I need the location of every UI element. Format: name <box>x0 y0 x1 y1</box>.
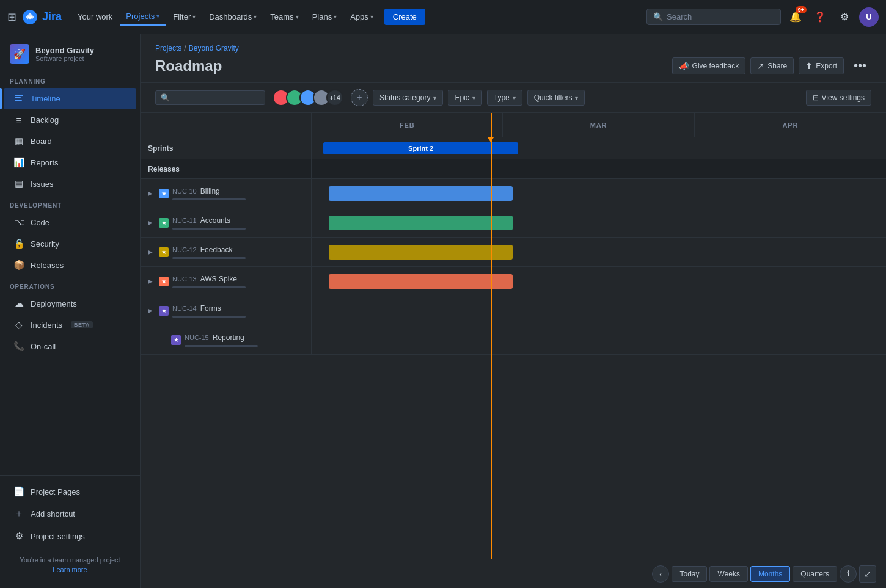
sidebar-item-project-pages[interactable]: 📄 Project Pages <box>4 481 136 502</box>
today-button[interactable]: Today <box>672 566 707 582</box>
issue-bar-NUC-13[interactable] <box>329 274 513 289</box>
sidebar-item-label: Deployments <box>31 299 77 308</box>
page-title: Roadmap <box>155 57 222 74</box>
nav-item-apps[interactable]: Apps ▾ <box>344 9 379 25</box>
timeline-back-button[interactable]: ‹ <box>652 565 669 583</box>
sidebar-item-reports[interactable]: 📊Reports <box>4 152 136 173</box>
sidebar-item-releases[interactable]: 📦Releases <box>4 255 136 275</box>
sidebar-item-project-settings[interactable]: ⚙ Project settings <box>4 526 136 546</box>
nav-item-filter[interactable]: Filter ▾ <box>167 9 202 25</box>
add-icon: ＋ <box>13 507 24 520</box>
issue-row: ▶ ★ NUC-14 Forms <box>141 296 886 325</box>
releases-label: Releases <box>141 159 312 178</box>
sidebar-item-timeline[interactable]: Timeline <box>4 88 136 109</box>
issue-timeline-NUC-14 <box>312 296 886 325</box>
type-filter[interactable]: Type ▾ <box>487 90 522 106</box>
notifications-button[interactable]: 🔔 9+ <box>786 7 805 27</box>
nav-item-your-work[interactable]: Your work <box>71 9 119 25</box>
issue-bar-NUC-11[interactable] <box>329 216 513 230</box>
share-button[interactable]: ↗ Share <box>750 57 794 74</box>
search-box[interactable]: 🔍 <box>646 9 781 25</box>
expand-button[interactable]: ⤢ <box>859 565 876 583</box>
breadcrumb-project-link[interactable]: Beyond Gravity <box>189 44 239 53</box>
info-button[interactable]: ℹ <box>840 565 857 583</box>
security-icon: 🔒 <box>13 238 24 249</box>
filter-search-input[interactable] <box>174 93 260 102</box>
grid-line <box>503 296 503 325</box>
grid-icon[interactable]: ⊞ <box>7 10 16 24</box>
sprint-bar[interactable]: Sprint 2 <box>323 142 519 154</box>
nav-item-projects[interactable]: Projects ▾ <box>120 8 166 26</box>
give-feedback-button[interactable]: 📣 Give feedback <box>672 57 746 74</box>
sidebar-item-oncall[interactable]: 📞On-call <box>4 336 136 357</box>
project-header[interactable]: 🚀 Beyond Gravity Software project <box>0 34 140 71</box>
sidebar-item-incidents[interactable]: ◇IncidentsBETA <box>4 314 136 335</box>
reports-icon: 📊 <box>13 157 24 168</box>
breadcrumb-projects-link[interactable]: Projects <box>155 44 181 53</box>
issue-id-name-NUC-13: NUC-13 AWS Spike <box>172 275 246 283</box>
issue-left-NUC-11: ▶ ★ NUC-11 Accounts <box>141 208 312 237</box>
sidebar-item-label: Timeline <box>31 94 60 103</box>
nav-chevron-icon: ▾ <box>370 13 373 20</box>
more-options-button[interactable]: ••• <box>849 56 871 75</box>
sidebar-item-add-shortcut[interactable]: ＋ Add shortcut <box>4 503 136 525</box>
user-avatar[interactable]: U <box>859 7 879 27</box>
issue-bar-NUC-10[interactable] <box>329 186 513 201</box>
footer-text: You're in a team-managed project <box>0 551 140 566</box>
type-label: Type <box>494 93 510 102</box>
issue-bar-NUC-12[interactable] <box>329 245 513 260</box>
filter-search-box[interactable]: 🔍 <box>155 90 265 105</box>
months-button[interactable]: Months <box>750 566 790 582</box>
feedback-label: Give feedback <box>692 62 739 70</box>
grid-line <box>695 296 695 325</box>
sidebar-item-backlog[interactable]: ≡Backlog <box>4 110 136 130</box>
nav-chevron-icon: ▾ <box>296 13 299 20</box>
expand-NUC-11-button[interactable]: ▶ <box>145 218 155 228</box>
sidebar-footer: 📄 Project Pages ＋ Add shortcut ⚙ Project… <box>0 475 140 578</box>
nav-item-teams[interactable]: Teams ▾ <box>264 9 304 25</box>
sidebar-item-security[interactable]: 🔒Security <box>4 233 136 254</box>
weeks-button[interactable]: Weeks <box>709 566 747 582</box>
create-button[interactable]: Create <box>384 9 425 25</box>
nav-item-dashboards[interactable]: Dashboards ▾ <box>203 9 263 25</box>
issue-left-NUC-10: ▶ ★ NUC-10 Billing <box>141 179 312 208</box>
quick-filters[interactable]: Quick filters ▾ <box>527 90 585 106</box>
add-assignee-button[interactable]: + <box>351 89 368 106</box>
jira-logo[interactable]: Jira <box>21 9 62 26</box>
view-settings-button[interactable]: ⊟ View settings <box>806 90 871 106</box>
project-name: Beyond Gravity <box>35 46 94 55</box>
top-nav-right: 🔍 🔔 9+ ❓ ⚙ U <box>646 7 879 27</box>
sidebar-item-board[interactable]: ▦Board <box>4 131 136 151</box>
export-button[interactable]: ⬆ Export <box>799 57 844 74</box>
settings-button[interactable]: ⚙ <box>835 7 854 27</box>
sidebar-item-issues[interactable]: ▤Issues <box>4 173 136 194</box>
help-button[interactable]: ❓ <box>810 7 830 27</box>
svg-rect-0 <box>15 95 23 96</box>
project-pages-label: Project Pages <box>31 487 80 496</box>
sprints-label: Sprints <box>141 137 312 159</box>
quarters-button[interactable]: Quarters <box>793 566 837 582</box>
nav-item-plans[interactable]: Plans ▾ <box>306 9 343 25</box>
expand-NUC-12-button[interactable]: ▶ <box>145 247 155 257</box>
expand-NUC-14-button[interactable]: ▶ <box>145 306 155 316</box>
export-icon: ⬆ <box>805 61 813 71</box>
learn-more-link[interactable]: Learn more <box>0 566 140 573</box>
expand-NUC-10-button[interactable]: ▶ <box>145 189 155 198</box>
status-category-filter[interactable]: Status category ▾ <box>373 90 443 106</box>
releases-row: Releases <box>141 159 886 179</box>
issue-timeline-NUC-11 <box>312 208 886 237</box>
issue-row: ▶ ★ NUC-13 AWS Spike <box>141 267 886 296</box>
issue-info-NUC-15: NUC-15 Reporting <box>185 333 258 347</box>
sidebar-item-deployments[interactable]: ☁Deployments <box>4 293 136 314</box>
sidebar-item-code[interactable]: ⌥Code <box>4 212 136 233</box>
avatar-group: +14 <box>273 89 343 106</box>
issue-type-icon-NUC-14: ★ <box>159 306 169 316</box>
epic-filter[interactable]: Epic ▾ <box>448 90 481 106</box>
sprint-row: Sprints Sprint 2 <box>141 137 886 159</box>
search-input[interactable] <box>667 12 774 21</box>
issue-id-name-NUC-15: NUC-15 Reporting <box>185 333 258 342</box>
issue-id-name-NUC-11: NUC-11 Accounts <box>172 216 246 225</box>
issues-icon: ▤ <box>13 178 24 189</box>
avatar-more[interactable]: +14 <box>326 89 343 106</box>
expand-NUC-13-button[interactable]: ▶ <box>145 277 155 286</box>
